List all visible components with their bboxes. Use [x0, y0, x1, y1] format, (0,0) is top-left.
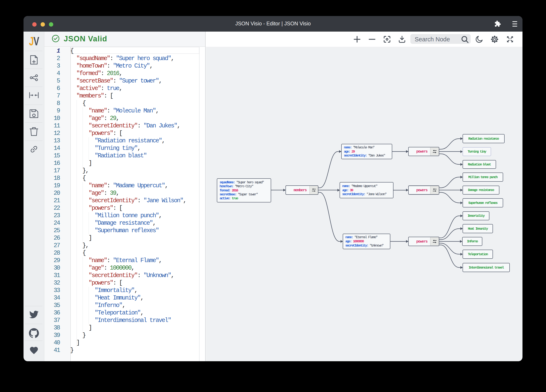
svg-text:"Unknown": "Unknown"	[370, 244, 383, 247]
svg-text:"Molecule Man": "Molecule Man"	[353, 145, 374, 149]
svg-text:active:: active:	[220, 196, 230, 200]
svg-text:powers: powers	[416, 188, 428, 192]
svg-text:secretBase:: secretBase:	[220, 192, 236, 196]
svg-text:members: members	[294, 188, 307, 192]
svg-text:secretIdentity:: secretIdentity:	[345, 244, 368, 247]
svg-text:age:: age:	[345, 240, 351, 243]
svg-text:"Super hero squad": "Super hero squad"	[236, 180, 264, 184]
svg-text:secretIdentity:: secretIdentity:	[342, 192, 365, 196]
svg-text:"Madame Uppercut": "Madame Uppercut"	[351, 184, 377, 188]
svg-text:powers: powers	[416, 240, 428, 244]
svg-text:name:: name:	[344, 145, 352, 149]
svg-text:powers: powers	[416, 149, 428, 154]
svg-text:Radiation blast: Radiation blast	[468, 163, 491, 166]
svg-text:Teleportation: Teleportation	[468, 252, 488, 256]
svg-text:true: true	[232, 196, 239, 200]
svg-text:Immortality: Immortality	[468, 214, 485, 218]
svg-text:"Metro City": "Metro City"	[235, 184, 253, 188]
svg-text:"Dan Jukes": "Dan Jukes"	[368, 154, 385, 158]
svg-text:Turning tiny: Turning tiny	[468, 150, 486, 154]
svg-text:Radiation resistance: Radiation resistance	[468, 137, 499, 141]
svg-text:secretIdentity:: secretIdentity:	[344, 154, 367, 158]
svg-text:Million tonne punch: Million tonne punch	[468, 175, 498, 179]
svg-text:Superhuman reflexes: Superhuman reflexes	[468, 201, 498, 205]
svg-text:age:: age:	[342, 188, 348, 192]
svg-text:age:: age:	[344, 150, 350, 154]
svg-text:"Jane Wilson": "Jane Wilson"	[366, 192, 386, 196]
svg-text:homeTown:: homeTown:	[220, 184, 233, 188]
svg-text:2016: 2016	[232, 189, 239, 192]
svg-text:Damage resistance: Damage resistance	[468, 188, 494, 192]
svg-text:"Super tower": "Super tower"	[238, 192, 258, 196]
svg-text:Heat Immunity: Heat Immunity	[468, 227, 488, 231]
svg-text:"Eternal Flame": "Eternal Flame"	[354, 235, 377, 239]
svg-text:Interdimensional travel: Interdimensional travel	[468, 266, 504, 270]
svg-text:squadName:: squadName:	[220, 180, 235, 184]
svg-text:Inferno: Inferno	[467, 240, 478, 243]
svg-text:1000000: 1000000	[353, 240, 364, 243]
svg-text:name:: name:	[342, 184, 350, 188]
svg-text:name:: name:	[345, 235, 353, 239]
svg-text:formed:: formed:	[220, 189, 230, 192]
